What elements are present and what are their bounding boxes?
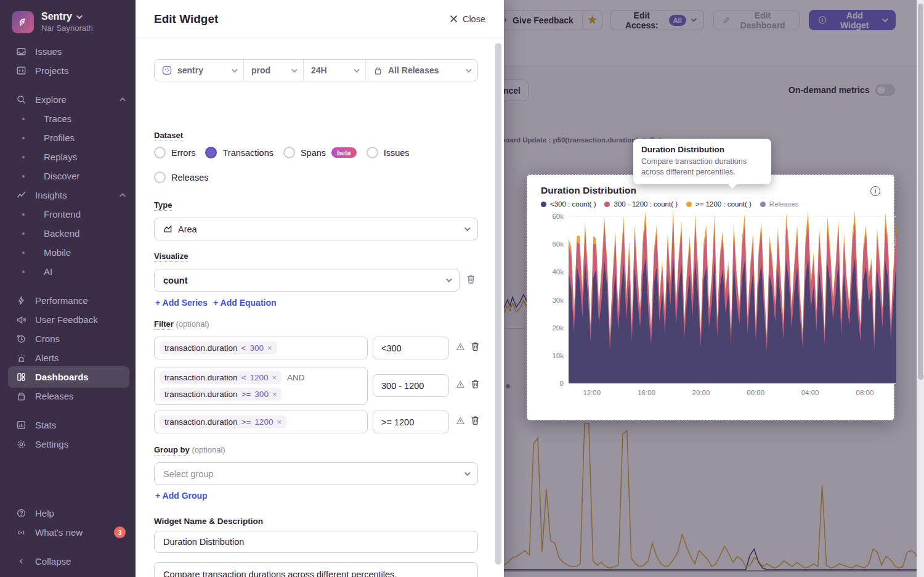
remove-tag-icon[interactable]: × xyxy=(267,343,272,353)
chevron-up-icon xyxy=(120,97,126,104)
radio-selected-icon xyxy=(205,147,217,158)
and-connector: AND xyxy=(285,373,307,382)
svg-text:12:00: 12:00 xyxy=(583,389,601,396)
filter-conditions-row3[interactable]: transaction.duration>=1200× xyxy=(154,411,368,433)
project-filter[interactable]: sentry xyxy=(155,60,244,81)
project-platform-icon xyxy=(162,65,172,75)
chevron-down-icon xyxy=(354,67,360,73)
sidebar-item-mobile[interactable]: Mobile xyxy=(0,243,136,262)
sidebar-group-explore[interactable]: Explore xyxy=(0,90,136,109)
widget-name-input[interactable] xyxy=(154,531,478,553)
svg-text:0: 0 xyxy=(560,380,564,387)
sidebar-item-performance[interactable]: Performance xyxy=(0,291,136,310)
dataset-label: Dataset xyxy=(154,131,183,140)
dataset-options-row2: Releases xyxy=(154,171,208,183)
radio-icon xyxy=(154,171,166,183)
chevron-left-icon xyxy=(15,556,26,567)
warning-icon xyxy=(456,416,465,425)
sidebar-item-releases[interactable]: Releases xyxy=(0,387,136,406)
legend-item[interactable]: <300 : count( ) xyxy=(541,200,596,208)
sidebar-item-dashboards[interactable]: Dashboards xyxy=(0,367,136,387)
sidebar-item-stats[interactable]: Stats xyxy=(0,415,136,435)
sidebar-group-insights[interactable]: Insights xyxy=(0,186,136,205)
remove-filter-button-3[interactable] xyxy=(470,415,480,426)
add-group-link[interactable]: + Add Group xyxy=(155,491,208,501)
sidebar-item-profiles[interactable]: Profiles xyxy=(0,128,136,147)
tooltip-title: Duration Distribution xyxy=(641,145,763,154)
filter-alias-input-3[interactable] xyxy=(373,411,449,433)
sidebar-item-user-feedback[interactable]: User Feedback xyxy=(0,310,136,329)
releases-filter[interactable]: All Releases xyxy=(366,60,477,81)
time-range-filter[interactable]: 24H xyxy=(304,60,366,81)
svg-text:04:00: 04:00 xyxy=(801,389,819,396)
sidebar-item-settings[interactable]: Settings xyxy=(0,435,136,454)
sidebar-item-crons[interactable]: Crons xyxy=(0,329,136,348)
radio-errors[interactable]: Errors xyxy=(154,147,195,158)
sidebar-item-collapse[interactable]: Collapse xyxy=(0,552,136,571)
sidebar-item-projects[interactable]: Projects xyxy=(0,61,136,80)
sentry-logo xyxy=(12,11,34,33)
filter-alias-input-1[interactable] xyxy=(373,337,449,359)
sidebar-item-issues[interactable]: Issues xyxy=(0,42,136,61)
close-icon xyxy=(450,15,458,23)
sidebar-item-discover[interactable]: Discover xyxy=(0,166,136,186)
sidebar-item-frontend[interactable]: Frontend xyxy=(0,205,136,224)
warning-icon xyxy=(456,380,465,389)
sidebar-item-whats-new[interactable]: What's new 3 xyxy=(0,523,136,542)
legend-item-releases[interactable]: Releases xyxy=(760,200,799,208)
legend-item[interactable]: 300 - 1200 : count( ) xyxy=(604,200,678,208)
filter-conditions-row1[interactable]: transaction.duration<300× xyxy=(154,337,368,359)
radio-transactions[interactable]: Transactions xyxy=(205,147,273,158)
edit-widget-modal: Edit Widget Close sentry prod 24H xyxy=(136,0,504,577)
chevron-down-icon xyxy=(464,470,471,476)
sidebar-item-replays[interactable]: Replays xyxy=(0,147,136,166)
sidebar-item-backend[interactable]: Backend xyxy=(0,224,136,243)
remove-tag-icon[interactable]: × xyxy=(277,417,282,427)
widget-name-label: Widget Name & Description xyxy=(154,517,263,526)
widget-info-tooltip: Duration Distribution Compare transactio… xyxy=(633,139,771,184)
page-scrollbar-track[interactable] xyxy=(917,0,924,577)
info-icon[interactable]: i xyxy=(870,186,880,196)
trash-icon xyxy=(470,379,480,390)
modal-scrollbar-thumb[interactable] xyxy=(495,43,501,565)
add-series-link[interactable]: + Add Series xyxy=(155,298,208,308)
remove-filter-button-2[interactable] xyxy=(470,379,480,390)
chevron-down-icon xyxy=(291,67,298,73)
chevron-down-icon xyxy=(446,276,452,282)
siren-icon xyxy=(15,353,26,364)
sidebar-item-alerts[interactable]: Alerts xyxy=(0,348,136,367)
sidebar-item-traces[interactable]: Traces xyxy=(0,109,136,128)
type-select[interactable]: Area xyxy=(154,218,478,240)
add-equation-link[interactable]: + Add Equation xyxy=(213,298,277,308)
filter-label: Filter (optional) xyxy=(154,319,209,329)
remove-visualize-button[interactable] xyxy=(466,274,476,285)
chevron-up-icon xyxy=(120,193,126,199)
page-scrollbar-thumb[interactable] xyxy=(918,4,923,380)
trash-icon xyxy=(466,274,476,285)
sidebar-item-ai[interactable]: AI xyxy=(0,262,136,281)
user-name: Nar Saynorath xyxy=(41,24,93,33)
radio-issues[interactable]: Issues xyxy=(367,147,410,158)
environment-filter[interactable]: prod xyxy=(244,60,304,81)
dataset-options-row1: Errors Transactions Spansbeta Issues xyxy=(154,147,410,158)
legend-item[interactable]: >= 1200 : count( ) xyxy=(686,200,752,208)
filter-conditions-row2[interactable]: transaction.duration<1200× AND transacti… xyxy=(154,367,368,405)
radio-releases[interactable]: Releases xyxy=(154,171,208,183)
group-by-select[interactable]: Select group xyxy=(154,462,478,485)
org-switcher[interactable]: Sentry Nar Saynorath xyxy=(0,9,136,42)
close-button[interactable]: Close xyxy=(450,14,485,24)
remove-filter-button-1[interactable] xyxy=(470,341,480,352)
filter-alias-input-2[interactable] xyxy=(373,374,449,397)
svg-text:08:00: 08:00 xyxy=(856,389,874,396)
code-square-icon xyxy=(15,65,26,76)
chevron-down-icon xyxy=(232,67,238,73)
remove-tag-icon[interactable]: × xyxy=(272,373,277,382)
remove-tag-icon[interactable]: × xyxy=(272,390,277,399)
legend-dot-icon xyxy=(760,202,766,207)
whats-new-badge: 3 xyxy=(114,526,126,538)
svg-text:30k: 30k xyxy=(552,297,564,304)
widget-description-input[interactable]: Compare transaction durations across dif… xyxy=(154,562,478,577)
visualize-select[interactable]: count xyxy=(154,269,460,292)
radio-spans[interactable]: Spansbeta xyxy=(283,147,357,158)
sidebar-item-help[interactable]: Help xyxy=(0,504,136,523)
